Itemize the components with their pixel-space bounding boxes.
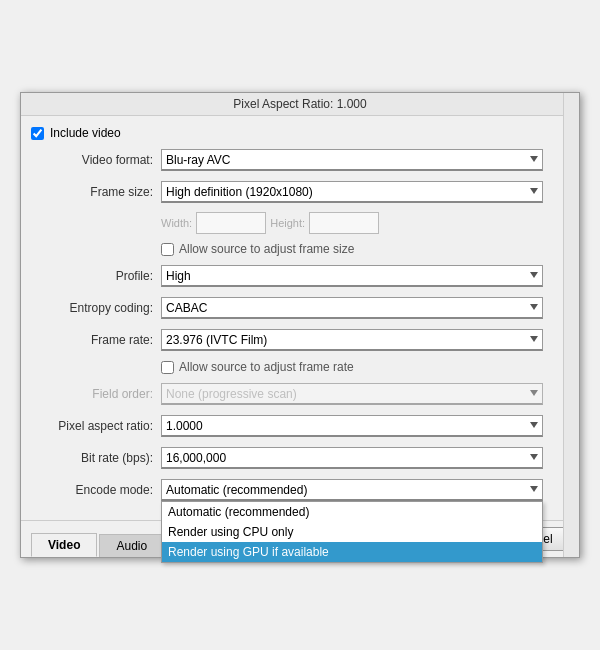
height-input[interactable]: 1080	[309, 212, 379, 234]
frame-rate-row: Frame rate: 23.976 (IVTC Film)	[31, 328, 543, 352]
include-video-checkbox[interactable]	[31, 127, 44, 140]
entropy-content: CABAC	[161, 297, 543, 319]
encode-mode-content: Automatic (recommended) Automatic (recom…	[161, 479, 543, 501]
tab-video[interactable]: Video	[31, 533, 97, 557]
width-label: Width:	[161, 217, 192, 229]
encode-mode-menu: Automatic (recommended) Render using CPU…	[161, 501, 543, 563]
height-label: Height:	[270, 217, 305, 229]
encode-mode-value: Automatic (recommended)	[166, 483, 307, 497]
field-order-content: None (progressive scan)	[161, 383, 543, 405]
include-video-label: Include video	[50, 126, 121, 140]
video-format-label: Video format:	[31, 153, 161, 167]
pixel-aspect-select[interactable]: 1.0000	[161, 415, 543, 437]
tabs-area: Video Audio	[31, 533, 166, 557]
bit-rate-select[interactable]: 16,000,000	[161, 447, 543, 469]
frame-rate-label: Frame rate:	[31, 333, 161, 347]
include-video-row: Include video	[31, 126, 543, 140]
allow-rate-label: Allow source to adjust frame rate	[179, 360, 354, 374]
allow-frame-label: Allow source to adjust frame size	[179, 242, 354, 256]
dialog: Pixel Aspect Ratio: 1.000 Include video …	[20, 92, 580, 558]
bit-rate-content: 16,000,000	[161, 447, 543, 469]
frame-size-row: Frame size: High definition (1920x1080)	[31, 180, 543, 204]
frame-size-content: High definition (1920x1080)	[161, 181, 543, 203]
bit-rate-row: Bit rate (bps): 16,000,000	[31, 446, 543, 470]
tab-audio[interactable]: Audio	[99, 534, 164, 557]
bit-rate-label: Bit rate (bps):	[31, 451, 161, 465]
profile-row: Profile: High	[31, 264, 543, 288]
pixel-aspect-content: 1.0000	[161, 415, 543, 437]
width-input[interactable]: 1920	[196, 212, 266, 234]
field-order-label: Field order:	[31, 387, 161, 401]
encode-mode-row: Encode mode: Automatic (recommended) Aut…	[31, 478, 543, 502]
entropy-row: Entropy coding: CABAC	[31, 296, 543, 320]
content-area: Include video Video format: Blu-ray AVC …	[21, 116, 563, 520]
allow-frame-row: Allow source to adjust frame size	[31, 242, 543, 256]
pixel-aspect-label: Pixel aspect ratio:	[31, 419, 161, 433]
video-format-select[interactable]: Blu-ray AVC	[161, 149, 543, 171]
frame-rate-select[interactable]: 23.976 (IVTC Film)	[161, 329, 543, 351]
pixel-ratio-bar: Pixel Aspect Ratio: 1.000	[21, 93, 579, 116]
allow-frame-checkbox[interactable]	[161, 243, 174, 256]
entropy-select[interactable]: CABAC	[161, 297, 543, 319]
scrollbar[interactable]	[563, 93, 579, 557]
profile-select[interactable]: High	[161, 265, 543, 287]
encode-option-2[interactable]: Render using GPU if available	[162, 542, 542, 562]
profile-content: High	[161, 265, 543, 287]
pixel-ratio-text: Pixel Aspect Ratio: 1.000	[233, 97, 366, 111]
entropy-label: Entropy coding:	[31, 301, 161, 315]
encode-mode-dropdown-container: Automatic (recommended) Automatic (recom…	[161, 479, 543, 501]
encode-mode-label: Encode mode:	[31, 483, 161, 497]
pixel-aspect-row: Pixel aspect ratio: 1.0000	[31, 414, 543, 438]
encode-option-0[interactable]: Automatic (recommended)	[162, 502, 542, 522]
frame-size-select[interactable]: High definition (1920x1080)	[161, 181, 543, 203]
wh-inputs: Width: 1920 Height: 1080	[161, 212, 379, 234]
width-height-row: Width: 1920 Height: 1080	[31, 212, 543, 234]
profile-label: Profile:	[31, 269, 161, 283]
video-format-content: Blu-ray AVC	[161, 149, 543, 171]
video-format-row: Video format: Blu-ray AVC	[31, 148, 543, 172]
allow-rate-row: Allow source to adjust frame rate	[31, 360, 543, 374]
frame-size-label: Frame size:	[31, 185, 161, 199]
field-order-row: Field order: None (progressive scan)	[31, 382, 543, 406]
allow-rate-checkbox[interactable]	[161, 361, 174, 374]
encode-mode-selected[interactable]: Automatic (recommended)	[161, 479, 543, 501]
field-order-select: None (progressive scan)	[161, 383, 543, 405]
encode-option-1[interactable]: Render using CPU only	[162, 522, 542, 542]
frame-rate-content: 23.976 (IVTC Film)	[161, 329, 543, 351]
